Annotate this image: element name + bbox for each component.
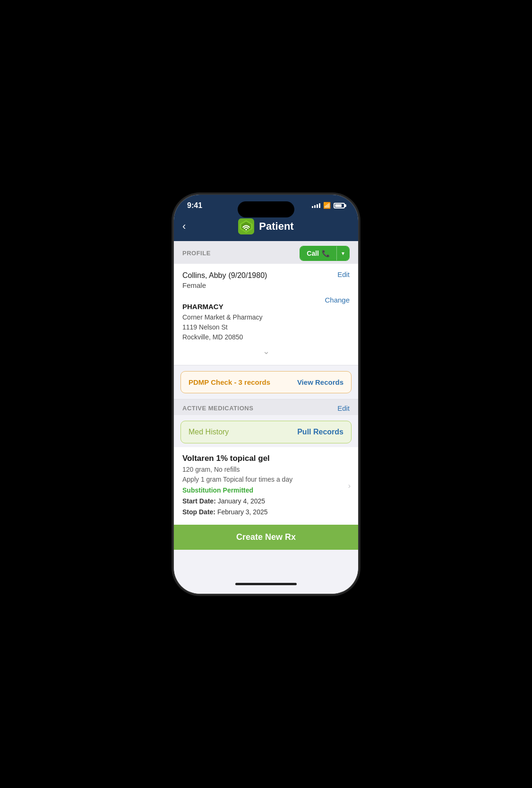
edit-profile-button[interactable]: Edit xyxy=(337,270,350,278)
home-bar xyxy=(235,583,297,585)
pdmp-text: PDMP Check - 3 records xyxy=(189,378,270,386)
main-content: PROFILE Call 📞 ▾ Collins, Abby xyxy=(174,241,358,575)
chevron-down-icon: ▾ xyxy=(342,250,344,257)
profile-section-header: PROFILE Call 📞 ▾ xyxy=(174,241,358,264)
expand-profile-button[interactable]: ⌄ xyxy=(182,342,350,358)
medication-dates: Start Date: January 4, 2025 Stop Date: F… xyxy=(182,496,350,519)
home-indicator xyxy=(174,575,358,594)
page-title: Patient xyxy=(259,220,293,233)
medication-item[interactable]: Voltaren 1% topical gel 120 gram, No ref… xyxy=(174,447,358,525)
pdmp-banner[interactable]: PDMP Check - 3 records View Records xyxy=(180,371,352,393)
svg-point-3 xyxy=(246,229,247,230)
call-button[interactable]: Call 📞 xyxy=(300,246,336,260)
back-button[interactable]: ‹ xyxy=(182,220,186,233)
pharmacy-details: Corner Market & Pharmacy 1119 Nelson St … xyxy=(182,312,263,342)
status-time: 9:41 xyxy=(187,201,202,210)
chevron-down-icon: ⌄ xyxy=(263,346,270,356)
med-history-banner[interactable]: Med History Pull Records xyxy=(180,421,352,443)
pharmacy-label: PHARMACY xyxy=(182,303,263,311)
change-pharmacy-button[interactable]: Change xyxy=(325,296,350,304)
medication-name: Voltaren 1% topical gel xyxy=(182,454,350,463)
medication-details: 120 gram, No refills Apply 1 gram Topica… xyxy=(182,465,350,485)
patient-gender: Female xyxy=(182,281,267,289)
edit-medications-button[interactable]: Edit xyxy=(337,404,350,412)
wifi-icon: 📶 xyxy=(323,202,331,209)
divider xyxy=(174,365,358,365)
app-logo-icon xyxy=(238,218,254,234)
battery-icon xyxy=(334,203,345,208)
create-new-rx-button[interactable]: Create New Rx xyxy=(174,525,358,550)
active-medications-label: ACTIVE MEDICATIONS xyxy=(182,405,253,412)
med-history-text: Med History xyxy=(189,428,229,436)
medication-chevron-icon: › xyxy=(348,482,351,490)
substitution-permitted: Substitution Permitted xyxy=(182,486,350,494)
dynamic-island xyxy=(238,201,294,217)
phone-icon: 📞 xyxy=(322,250,330,257)
patient-name: Collins, Abby (9/20/1980) xyxy=(182,270,267,280)
status-icons: 📶 xyxy=(312,202,345,209)
call-button-group[interactable]: Call 📞 ▾ xyxy=(300,246,350,261)
patient-info-card: Collins, Abby (9/20/1980) Female Edit PH… xyxy=(174,264,358,365)
profile-label: PROFILE xyxy=(182,250,211,257)
active-medications-header: ACTIVE MEDICATIONS Edit xyxy=(174,399,358,415)
signal-icon xyxy=(312,203,320,208)
nav-header: ‹ Patient xyxy=(174,214,358,241)
view-records-button[interactable]: View Records xyxy=(297,378,343,386)
call-dropdown-button[interactable]: ▾ xyxy=(336,246,349,260)
pull-records-button[interactable]: Pull Records xyxy=(297,428,343,436)
